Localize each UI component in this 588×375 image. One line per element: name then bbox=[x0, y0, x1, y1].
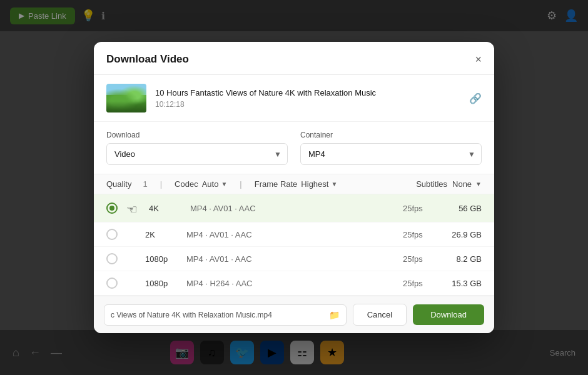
codec-arrow: ▼ bbox=[221, 181, 227, 188]
frame-rate-filter[interactable]: Frame Rate Highest ▼ bbox=[255, 179, 338, 189]
subtitles-label: Subtitles bbox=[416, 179, 447, 189]
size-4k: 56 GB bbox=[444, 204, 482, 213]
table-row[interactable]: 1080p MP4 · H264 · AAC 25fps 15.3 GB bbox=[94, 271, 494, 296]
codec-1080p-h264: MP4 · H264 · AAC bbox=[186, 279, 393, 288]
cancel-button[interactable]: Cancel bbox=[353, 304, 407, 326]
dialog-footer: c Views of Nature 4K with Relaxation Mus… bbox=[94, 296, 494, 333]
cursor-hand-icon: ☜ bbox=[126, 202, 138, 217]
quality-label: Quality bbox=[106, 179, 131, 189]
download-button[interactable]: Download bbox=[413, 304, 484, 325]
res-4k: 4K bbox=[149, 204, 180, 213]
video-thumbnail bbox=[106, 84, 146, 112]
container-select[interactable]: MP4 MKV WebM bbox=[300, 143, 482, 165]
video-info-row: 10 Hours Fantastic Views of Nature 4K wi… bbox=[94, 75, 494, 122]
res-1080p-2: 1080p bbox=[145, 279, 176, 288]
frame-rate-arrow: ▼ bbox=[331, 181, 337, 188]
folder-icon[interactable]: 📁 bbox=[329, 310, 340, 320]
radio-1080p-h264[interactable] bbox=[106, 278, 118, 289]
app-background: ▶ Paste Link 💡 ℹ ⚙ 👤 ⌂ ← — 📷 ♫ 🐦 ▶ ⚏ ★ S… bbox=[0, 0, 588, 375]
file-name-text: c Views of Nature 4K with Relaxation Mus… bbox=[111, 311, 272, 319]
download-select[interactable]: Video Audio bbox=[106, 143, 288, 165]
fps-1080p-h264: 25fps bbox=[403, 279, 434, 288]
video-rows: ☜ 4K MP4 · AV01 · AAC 25fps 56 GB 2K MP4… bbox=[94, 194, 494, 296]
codec-4k: MP4 · AV01 · AAC bbox=[190, 204, 393, 213]
radio-1080p-av01[interactable] bbox=[106, 253, 118, 264]
table-row[interactable]: 1080p MP4 · AV01 · AAC 25fps 8.2 GB bbox=[94, 247, 494, 271]
modal-overlay: Download Video × 10 Hours Fantastic View… bbox=[0, 0, 588, 375]
close-button[interactable]: × bbox=[475, 54, 482, 65]
dialog-header: Download Video × bbox=[94, 42, 494, 75]
dialog-title: Download Video bbox=[106, 53, 189, 66]
video-title: 10 Hours Fantastic Views of Nature 4K wi… bbox=[155, 88, 460, 98]
quality-bar: Quality 1 | Codec Auto ▼ | Frame Rate Hi… bbox=[94, 174, 494, 194]
container-select-wrapper: MP4 MKV WebM ▼ bbox=[300, 143, 482, 165]
table-row[interactable]: 2K MP4 · AV01 · AAC 25fps 26.9 GB bbox=[94, 222, 494, 247]
subtitles-group[interactable]: Subtitles None ▼ bbox=[416, 179, 482, 189]
radio-4k[interactable] bbox=[106, 202, 118, 214]
subtitles-arrow: ▼ bbox=[475, 181, 482, 188]
frame-rate-value: Highest bbox=[301, 179, 328, 189]
copy-link-icon[interactable]: 🔗 bbox=[469, 92, 482, 104]
codec-filter[interactable]: Codec Auto ▼ bbox=[175, 179, 227, 189]
file-name-area: c Views of Nature 4K with Relaxation Mus… bbox=[104, 304, 347, 326]
fps-4k: 25fps bbox=[403, 204, 434, 213]
codec-2k: MP4 · AV01 · AAC bbox=[186, 230, 393, 239]
video-duration: 10:12:18 bbox=[155, 100, 460, 109]
download-label: Download bbox=[106, 131, 288, 139]
fps-1080p-av01: 25fps bbox=[403, 254, 434, 264]
table-row[interactable]: ☜ 4K MP4 · AV01 · AAC 25fps 56 GB bbox=[94, 194, 494, 222]
size-1080p-av01: 8.2 GB bbox=[444, 254, 482, 264]
quality-count: 1 bbox=[143, 179, 147, 189]
download-option-group: Download Video Audio ▼ bbox=[106, 131, 288, 165]
options-row: Download Video Audio ▼ Container MP4 bbox=[94, 122, 494, 174]
codec-value: Auto bbox=[202, 179, 219, 189]
video-meta: 10 Hours Fantastic Views of Nature 4K wi… bbox=[155, 88, 460, 109]
frame-rate-label: Frame Rate bbox=[255, 179, 298, 189]
download-dialog: Download Video × 10 Hours Fantastic View… bbox=[94, 42, 494, 333]
container-label: Container bbox=[300, 131, 482, 139]
radio-2k[interactable] bbox=[106, 229, 118, 240]
size-2k: 26.9 GB bbox=[444, 230, 482, 239]
download-select-wrapper: Video Audio ▼ bbox=[106, 143, 288, 165]
container-option-group: Container MP4 MKV WebM ▼ bbox=[300, 131, 482, 165]
thumbnail-image bbox=[106, 84, 146, 112]
codec-1080p-av01: MP4 · AV01 · AAC bbox=[186, 254, 393, 264]
subtitles-value: None bbox=[452, 179, 472, 189]
res-1080p-1: 1080p bbox=[145, 254, 176, 264]
codec-label: Codec bbox=[175, 179, 198, 189]
size-1080p-h264: 15.3 GB bbox=[444, 279, 482, 288]
fps-2k: 25fps bbox=[403, 230, 434, 239]
res-2k: 2K bbox=[145, 230, 176, 239]
